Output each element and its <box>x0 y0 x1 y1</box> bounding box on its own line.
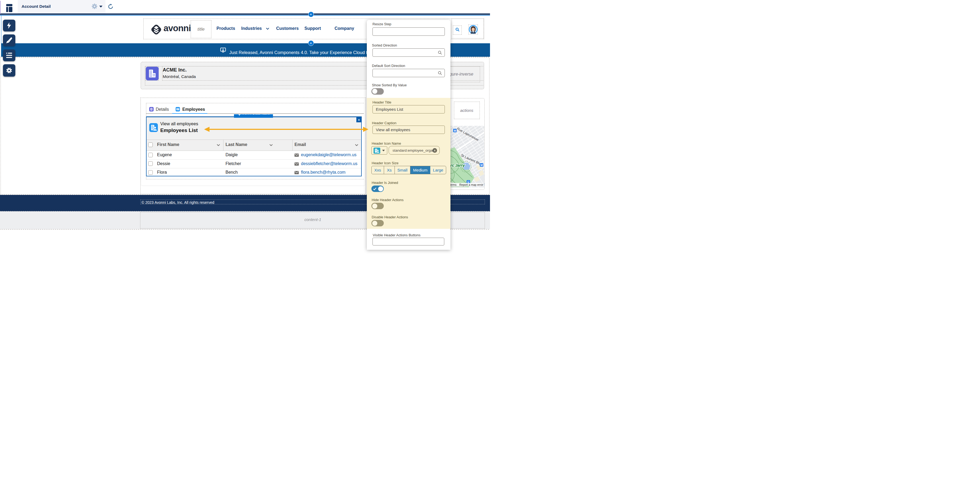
svg-text:M: M <box>454 129 456 132</box>
svg-text:M: M <box>480 163 483 167</box>
svg-text:Report a map error: Report a map error <box>459 183 483 186</box>
